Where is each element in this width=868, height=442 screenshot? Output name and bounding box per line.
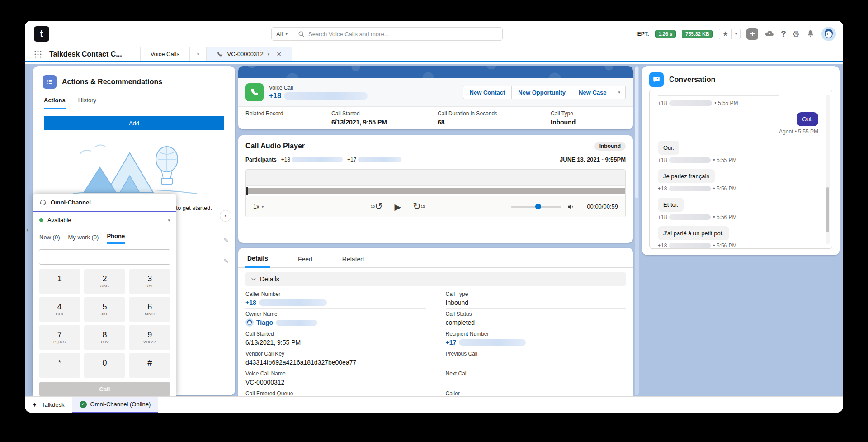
utility-talkdesk[interactable]: Talkdesk <box>25 397 72 413</box>
app-name[interactable]: Talkdesk Contact C... <box>47 47 140 61</box>
call-audio-player-card: Call Audio Player Inbound Participants +… <box>238 135 633 243</box>
field-previous-call: Previous Call <box>446 348 626 368</box>
dial-key-star[interactable]: * <box>39 353 80 378</box>
dial-key-6[interactable]: 6MNO <box>129 297 170 322</box>
volume-slider[interactable] <box>511 206 561 208</box>
field-value[interactable]: +18 <box>245 299 426 306</box>
conversation-scrollbar[interactable] <box>826 95 830 244</box>
message-time: • 5:55 PM <box>714 100 738 106</box>
tab-details[interactable]: Details <box>245 255 270 268</box>
call-button[interactable]: Call <box>39 382 170 396</box>
dial-key-hash[interactable]: # <box>129 353 170 378</box>
dial-key-8[interactable]: 8TUV <box>84 325 126 350</box>
gear-icon[interactable]: ⚙ <box>792 29 800 39</box>
tab-actions[interactable]: Actions <box>44 97 66 109</box>
help-icon[interactable]: ? <box>781 29 786 39</box>
utility-omni-channel[interactable]: ✓ Omni-Channel (Online) <box>72 397 159 413</box>
field-label: Caller Number <box>245 291 426 297</box>
scrollbar-thumb[interactable] <box>635 67 638 198</box>
redacted-number <box>284 92 368 100</box>
field-value[interactable]: +17 <box>446 338 626 346</box>
user-avatar[interactable] <box>821 27 836 41</box>
panel-collapse-arrow[interactable]: ‹ <box>26 226 28 234</box>
field-voice-call-name: Voice Call Name VC-00000312 <box>245 368 426 388</box>
quick-create-icon[interactable]: + <box>746 28 758 40</box>
edit-pencil-icon[interactable]: ✎ <box>223 237 229 244</box>
tab-voice-calls[interactable]: Voice Calls <box>140 47 189 61</box>
dial-key-9[interactable]: 9WXYZ <box>129 325 170 350</box>
omni-header[interactable]: Omni-Channel — <box>33 194 176 211</box>
field-label: Previous Call <box>446 351 626 357</box>
conversation-panel: Conversation +18 • 5:55 PM Oui. Agent • … <box>642 66 840 255</box>
number-prefix: +17 <box>446 339 457 346</box>
tab-voice-calls-chevron[interactable]: ▾ <box>189 47 207 61</box>
progress-bar[interactable] <box>246 188 625 194</box>
field-label: Next Call <box>446 371 626 377</box>
dial-key-0[interactable]: 0 <box>84 353 126 378</box>
tab-record-vc[interactable]: VC-00000312 ▾ ✕ <box>206 47 292 61</box>
clipped-message-divider <box>658 95 779 96</box>
favorites-button-group[interactable]: ★ ▾ <box>719 29 741 39</box>
details-section-header[interactable]: Details <box>245 272 626 286</box>
field-call-type: Call Type Inbound <box>446 289 626 309</box>
add-button[interactable]: Add <box>44 116 224 130</box>
participants-label: Participants <box>245 157 277 163</box>
utility-omni-label: Omni-Channel (Online) <box>90 401 151 408</box>
dial-key-2[interactable]: 2ABC <box>84 269 126 294</box>
new-opportunity-button[interactable]: New Opportunity <box>512 86 572 99</box>
dial-key-7[interactable]: 7PQRS <box>39 325 80 350</box>
chevron-down-icon[interactable]: ▾ <box>268 52 270 57</box>
tab-new[interactable]: New (0) <box>39 234 60 244</box>
field-call-started: Call Started 6/13/2021, 9:55 PM <box>245 328 426 348</box>
tab-my-work[interactable]: My work (0) <box>68 234 99 244</box>
redacted-number <box>669 186 711 191</box>
tab-feed[interactable]: Feed <box>296 256 314 267</box>
owner-name-link[interactable]: Tiago <box>256 319 273 326</box>
speaker-icon[interactable] <box>567 203 575 211</box>
center-scrollbar[interactable] <box>635 66 639 395</box>
tab-phone[interactable]: Phone <box>107 233 125 244</box>
progress-row[interactable] <box>246 186 625 196</box>
rewind-15-button[interactable]: 15 ↺ <box>371 202 383 211</box>
field-value <box>446 378 626 386</box>
star-icon[interactable]: ★ <box>719 29 732 39</box>
tab-related[interactable]: Related <box>340 256 366 267</box>
tab-history[interactable]: History <box>78 97 96 109</box>
utility-talkdesk-label: Talkdesk <box>42 401 65 408</box>
dial-number-input[interactable] <box>39 249 170 265</box>
redacted-number <box>669 243 711 248</box>
new-case-button[interactable]: New Case <box>572 86 613 99</box>
close-icon[interactable]: ✕ <box>276 51 282 58</box>
ept-time-badge: 1.26 s <box>655 30 676 38</box>
field-label: Voice Call Name <box>245 371 426 377</box>
chevron-down-icon[interactable]: ▾ <box>732 29 740 39</box>
console-nav-bar: Talkdesk Contact C... Voice Calls ▾ VC-0… <box>25 47 843 62</box>
volume-thumb[interactable] <box>535 204 541 209</box>
bell-icon[interactable] <box>806 29 816 39</box>
minimize-icon[interactable]: — <box>164 199 170 206</box>
dial-key-1[interactable]: 1 <box>39 269 80 294</box>
playhead-marker[interactable] <box>246 187 248 195</box>
presence-status-selector[interactable]: Available ▾ <box>33 212 176 228</box>
chevron-down-icon: ▾ <box>262 204 264 209</box>
app-launcher-icon[interactable] <box>25 47 47 61</box>
play-button[interactable]: ▶ <box>395 202 401 212</box>
forward-15-button[interactable]: ↻ 15 <box>413 202 425 211</box>
edit-pencil-icon[interactable]: ✎ <box>223 257 229 265</box>
dial-key-4[interactable]: 4GHI <box>39 297 80 322</box>
search-scope-selector[interactable]: All ▾ <box>272 28 292 40</box>
field-label: Call Type <box>551 110 576 117</box>
search-input[interactable] <box>307 30 502 38</box>
scrollbar-thumb[interactable] <box>826 187 829 232</box>
more-actions-chevron[interactable]: ▾ <box>613 86 626 99</box>
dial-key-3[interactable]: 3DEF <box>129 269 170 294</box>
playback-speed-selector[interactable]: 1x ▾ <box>253 203 285 210</box>
field-caller: Caller <box>446 388 626 396</box>
panel-dropdown-button[interactable]: ▾ <box>220 210 231 222</box>
new-contact-button[interactable]: New Contact <box>463 86 512 99</box>
audio-title-row: Call Audio Player Inbound <box>245 142 626 151</box>
dial-key-5[interactable]: 5JKL <box>84 297 126 322</box>
field-value[interactable]: Tiago <box>245 318 426 327</box>
guidance-cloud-icon[interactable] <box>764 29 775 39</box>
number-prefix: +18 <box>658 157 667 163</box>
